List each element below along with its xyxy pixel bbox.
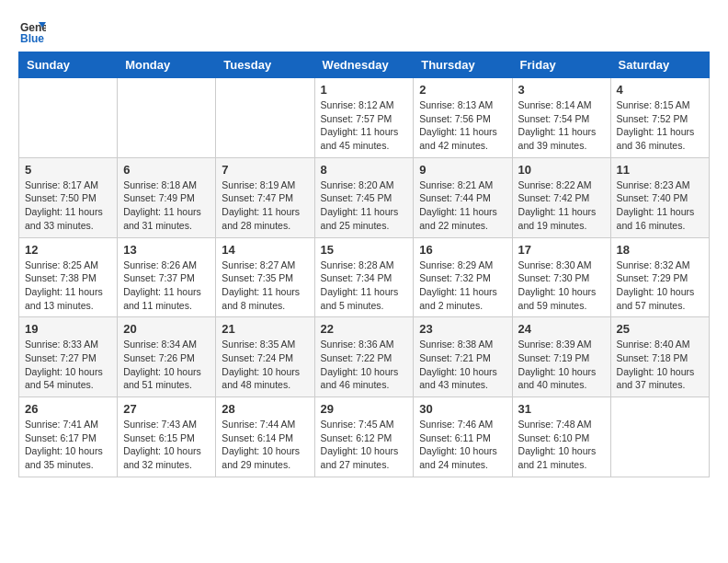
calendar-cell: 4Sunrise: 8:15 AM Sunset: 7:52 PM Daylig… (610, 78, 709, 158)
day-info: Sunrise: 8:25 AM Sunset: 7:38 PM Dayligh… (25, 259, 111, 313)
calendar-cell: 28Sunrise: 7:44 AM Sunset: 6:14 PM Dayli… (216, 397, 314, 477)
calendar-cell (216, 78, 314, 158)
day-info: Sunrise: 7:43 AM Sunset: 6:15 PM Dayligh… (123, 418, 210, 472)
day-info: Sunrise: 8:15 AM Sunset: 7:52 PM Dayligh… (617, 98, 703, 153)
day-number: 10 (518, 163, 605, 177)
calendar-cell: 27Sunrise: 7:43 AM Sunset: 6:15 PM Dayli… (118, 397, 216, 477)
day-number: 5 (25, 163, 111, 177)
weekday-header: Monday (118, 52, 216, 78)
day-number: 14 (222, 243, 308, 257)
day-number: 23 (419, 322, 506, 336)
calendar-cell: 7Sunrise: 8:19 AM Sunset: 7:47 PM Daylig… (216, 157, 314, 237)
day-number: 3 (518, 83, 605, 97)
calendar-cell: 2Sunrise: 8:13 AM Sunset: 7:56 PM Daylig… (414, 78, 512, 158)
calendar-cell: 25Sunrise: 8:40 AM Sunset: 7:18 PM Dayli… (610, 317, 709, 397)
day-number: 12 (25, 243, 111, 257)
calendar-cell: 13Sunrise: 8:26 AM Sunset: 7:37 PM Dayli… (118, 237, 216, 317)
day-info: Sunrise: 8:17 AM Sunset: 7:50 PM Dayligh… (25, 178, 111, 233)
calendar-cell: 19Sunrise: 8:33 AM Sunset: 7:27 PM Dayli… (19, 317, 118, 397)
calendar-cell: 5Sunrise: 8:17 AM Sunset: 7:50 PM Daylig… (19, 157, 118, 237)
day-number: 15 (321, 243, 408, 257)
day-info: Sunrise: 8:19 AM Sunset: 7:47 PM Dayligh… (222, 178, 308, 233)
calendar-cell: 15Sunrise: 8:28 AM Sunset: 7:34 PM Dayli… (314, 237, 414, 317)
calendar-cell: 11Sunrise: 8:23 AM Sunset: 7:40 PM Dayli… (610, 157, 709, 237)
day-info: Sunrise: 7:48 AM Sunset: 6:10 PM Dayligh… (518, 418, 605, 472)
day-info: Sunrise: 7:45 AM Sunset: 6:12 PM Dayligh… (321, 418, 408, 472)
day-info: Sunrise: 8:12 AM Sunset: 7:57 PM Dayligh… (321, 98, 408, 153)
calendar-cell: 8Sunrise: 8:20 AM Sunset: 7:45 PM Daylig… (314, 157, 414, 237)
calendar-cell: 17Sunrise: 8:30 AM Sunset: 7:30 PM Dayli… (512, 237, 610, 317)
day-info: Sunrise: 8:29 AM Sunset: 7:32 PM Dayligh… (419, 259, 506, 313)
calendar-cell: 14Sunrise: 8:27 AM Sunset: 7:35 PM Dayli… (216, 237, 314, 317)
day-info: Sunrise: 8:14 AM Sunset: 7:54 PM Dayligh… (518, 98, 605, 153)
calendar-cell: 16Sunrise: 8:29 AM Sunset: 7:32 PM Dayli… (414, 237, 512, 317)
calendar-cell: 30Sunrise: 7:46 AM Sunset: 6:11 PM Dayli… (414, 397, 512, 477)
day-info: Sunrise: 8:30 AM Sunset: 7:30 PM Dayligh… (518, 259, 605, 313)
calendar-cell: 31Sunrise: 7:48 AM Sunset: 6:10 PM Dayli… (512, 397, 610, 477)
day-info: Sunrise: 8:18 AM Sunset: 7:49 PM Dayligh… (123, 178, 210, 233)
day-info: Sunrise: 8:23 AM Sunset: 7:40 PM Dayligh… (617, 178, 703, 233)
day-info: Sunrise: 8:34 AM Sunset: 7:26 PM Dayligh… (123, 338, 210, 392)
day-info: Sunrise: 7:44 AM Sunset: 6:14 PM Dayligh… (222, 418, 308, 472)
day-info: Sunrise: 8:21 AM Sunset: 7:44 PM Dayligh… (419, 178, 506, 233)
day-info: Sunrise: 8:36 AM Sunset: 7:22 PM Dayligh… (321, 338, 408, 392)
day-number: 9 (419, 163, 506, 177)
day-number: 27 (123, 402, 210, 416)
day-info: Sunrise: 8:40 AM Sunset: 7:18 PM Dayligh… (617, 338, 703, 392)
calendar-cell: 18Sunrise: 8:32 AM Sunset: 7:29 PM Dayli… (610, 237, 709, 317)
day-number: 7 (222, 163, 308, 177)
day-number: 28 (222, 402, 308, 416)
page-header: General Blue (18, 18, 710, 46)
calendar-week-row: 1Sunrise: 8:12 AM Sunset: 7:57 PM Daylig… (19, 78, 710, 158)
calendar-cell: 10Sunrise: 8:22 AM Sunset: 7:42 PM Dayli… (512, 157, 610, 237)
calendar-cell (19, 78, 118, 158)
day-number: 6 (123, 163, 210, 177)
day-info: Sunrise: 8:32 AM Sunset: 7:29 PM Dayligh… (617, 259, 703, 313)
day-info: Sunrise: 8:20 AM Sunset: 7:45 PM Dayligh… (321, 178, 408, 233)
day-number: 24 (518, 322, 605, 336)
calendar-cell: 21Sunrise: 8:35 AM Sunset: 7:24 PM Dayli… (216, 317, 314, 397)
day-number: 19 (25, 322, 111, 336)
logo-icon: General Blue (18, 18, 46, 46)
day-number: 13 (123, 243, 210, 257)
calendar-cell: 29Sunrise: 7:45 AM Sunset: 6:12 PM Dayli… (314, 397, 414, 477)
weekday-header: Wednesday (314, 52, 414, 78)
day-info: Sunrise: 8:39 AM Sunset: 7:19 PM Dayligh… (518, 338, 605, 392)
day-number: 4 (617, 83, 703, 97)
day-number: 17 (518, 243, 605, 257)
calendar-cell: 9Sunrise: 8:21 AM Sunset: 7:44 PM Daylig… (414, 157, 512, 237)
calendar-week-row: 19Sunrise: 8:33 AM Sunset: 7:27 PM Dayli… (19, 317, 710, 397)
calendar-cell: 26Sunrise: 7:41 AM Sunset: 6:17 PM Dayli… (19, 397, 118, 477)
day-number: 8 (321, 163, 408, 177)
calendar-cell: 23Sunrise: 8:38 AM Sunset: 7:21 PM Dayli… (414, 317, 512, 397)
day-number: 20 (123, 322, 210, 336)
weekday-header: Saturday (610, 52, 709, 78)
day-number: 21 (222, 322, 308, 336)
day-number: 26 (25, 402, 111, 416)
logo: General Blue (18, 18, 46, 46)
calendar-week-row: 12Sunrise: 8:25 AM Sunset: 7:38 PM Dayli… (19, 237, 710, 317)
calendar-cell: 22Sunrise: 8:36 AM Sunset: 7:22 PM Dayli… (314, 317, 414, 397)
day-number: 18 (617, 243, 703, 257)
svg-text:Blue: Blue (20, 32, 44, 45)
day-info: Sunrise: 8:13 AM Sunset: 7:56 PM Dayligh… (419, 98, 506, 153)
weekday-header: Thursday (414, 52, 512, 78)
day-number: 25 (617, 322, 703, 336)
day-info: Sunrise: 8:33 AM Sunset: 7:27 PM Dayligh… (25, 338, 111, 392)
weekday-header: Friday (512, 52, 610, 78)
day-info: Sunrise: 7:41 AM Sunset: 6:17 PM Dayligh… (25, 418, 111, 472)
day-number: 31 (518, 402, 605, 416)
day-info: Sunrise: 8:22 AM Sunset: 7:42 PM Dayligh… (518, 178, 605, 233)
calendar-table: SundayMondayTuesdayWednesdayThursdayFrid… (18, 52, 710, 477)
day-info: Sunrise: 8:26 AM Sunset: 7:37 PM Dayligh… (123, 259, 210, 313)
day-number: 2 (419, 83, 506, 97)
day-info: Sunrise: 8:28 AM Sunset: 7:34 PM Dayligh… (321, 259, 408, 313)
day-number: 29 (321, 402, 408, 416)
day-number: 11 (617, 163, 703, 177)
day-info: Sunrise: 8:35 AM Sunset: 7:24 PM Dayligh… (222, 338, 308, 392)
calendar-cell: 20Sunrise: 8:34 AM Sunset: 7:26 PM Dayli… (118, 317, 216, 397)
calendar-cell: 12Sunrise: 8:25 AM Sunset: 7:38 PM Dayli… (19, 237, 118, 317)
weekday-header: Sunday (19, 52, 118, 78)
day-info: Sunrise: 8:38 AM Sunset: 7:21 PM Dayligh… (419, 338, 506, 392)
calendar-cell (118, 78, 216, 158)
